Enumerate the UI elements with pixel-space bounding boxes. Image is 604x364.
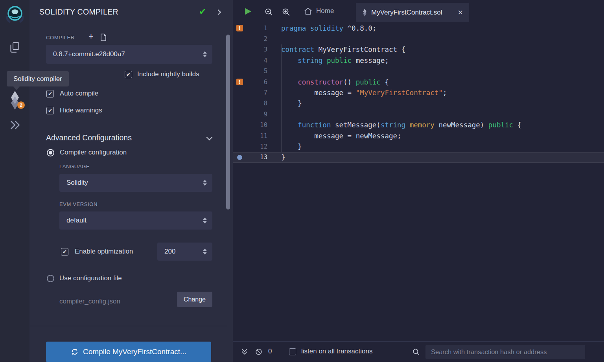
gutter-breakpoint-marker[interactable] [233,155,246,160]
line-number[interactable]: 12 [246,143,267,150]
compile-button[interactable]: Compile MyVeryFirstContract... [46,342,211,362]
optimization-runs-value: 200 [164,248,175,256]
line-number[interactable]: 1 [246,25,267,32]
use-configuration-file-radio[interactable] [47,275,54,282]
line-number[interactable]: 11 [246,132,267,140]
line-number[interactable]: 9 [246,111,267,118]
code-line[interactable]: 11 message = newMessage; [233,131,604,141]
nightly-builds-checkbox[interactable] [125,71,132,78]
panel-collapse-chevron-icon[interactable] [215,9,221,15]
close-tab-icon[interactable]: × [458,9,463,17]
tab-bar: Home MyVeryFirstContract.sol × [233,0,604,22]
config-file-name: compiler_config.json [59,298,120,305]
transaction-search-input[interactable] [425,345,585,359]
code-token: message = [281,89,356,97]
code-line[interactable]: 9 [233,109,604,119]
clear-console-button[interactable] [255,348,263,357]
code-token: } [281,143,302,151]
panel-title: SOLIDITY COMPILER [39,7,118,17]
language-label: LANGUAGE [59,164,90,169]
code-line[interactable]: 5 [233,66,604,77]
compiler-section-label: COMPILER [46,35,75,40]
compiler-version-select[interactable]: 0.8.7+commit.e28d00a7 [46,45,212,64]
hide-warnings-checkbox[interactable] [46,107,54,114]
change-config-button[interactable]: Change [177,292,212,307]
zoom-in-button[interactable] [282,7,291,18]
file-explorer-button[interactable] [0,42,29,53]
open-file-icon[interactable] [100,33,107,43]
ban-icon [255,348,263,356]
line-number[interactable]: 7 [246,89,267,96]
code-editor[interactable]: !1pragma solidity ^0.8.0;23contract MyVe… [233,22,604,341]
line-number[interactable]: 8 [246,100,267,107]
code-token: pragma solidity [281,24,348,32]
window-bottom-edge [0,362,604,364]
line-number[interactable]: 2 [246,35,267,42]
solidity-compiler-button[interactable]: 2 [0,90,29,110]
gutter-warning-marker[interactable]: ! [233,79,246,85]
compiler-badge: 2 [17,101,25,109]
code-token: () [343,78,356,86]
zoom-out-button[interactable] [264,7,273,18]
language-select[interactable]: Solidity [59,174,212,192]
auto-compile-checkbox[interactable] [46,90,54,97]
code-text: message = newMessage; [267,132,401,140]
stepper-caret-icon [203,249,207,255]
select-caret-icon [203,218,207,224]
evm-version-select[interactable]: default [59,211,212,230]
code-line[interactable]: 8 } [233,98,604,109]
code-token: } [281,153,285,161]
line-number[interactable]: 13 [246,154,267,161]
code-line[interactable]: 10 function setMessage(string memory new… [233,120,604,131]
auto-compile-label: Auto compile [60,90,98,97]
panel-scrollbar[interactable] [226,35,230,210]
tooltip-text: Solidity compiler [13,75,62,83]
code-text: contract MyVeryFirstContract { [267,46,405,53]
gutter-warning-marker[interactable]: ! [233,25,246,31]
remix-logo[interactable] [6,3,24,24]
run-script-button[interactable] [243,7,252,18]
advanced-chevron-down-icon[interactable] [206,134,213,141]
tab-contract-file[interactable]: MyVeryFirstContract.sol × [356,3,469,22]
editor-lines: !1pragma solidity ^0.8.0;23contract MyVe… [233,22,604,163]
deploy-run-button[interactable] [0,119,29,131]
line-number[interactable]: 4 [246,57,267,64]
optimization-runs-input[interactable]: 200 [157,243,212,261]
enable-optimization-checkbox[interactable] [61,248,68,256]
line-number[interactable]: 3 [246,46,267,53]
code-token: message = newMessage; [281,132,401,140]
code-line[interactable]: 2 [233,33,604,44]
code-line[interactable]: 12 } [233,141,604,152]
code-text: message = "MyVeryFirstContract"; [267,89,447,97]
warning-icon: ! [236,79,243,85]
code-line[interactable]: !6 constructor() public { [233,77,604,87]
code-token: public [327,57,352,64]
code-token: function [298,121,331,129]
compile-refresh-icon [71,348,79,356]
line-number[interactable]: 10 [246,121,267,129]
zoom-in-icon [282,7,291,17]
add-compiler-icon[interactable]: + [88,31,94,42]
code-token: } [281,99,302,107]
tab-home[interactable]: Home [300,0,338,22]
code-token: { [381,78,389,86]
code-text: } [267,143,302,151]
code-line[interactable]: 13} [233,152,604,163]
code-line[interactable]: 3contract MyVeryFirstContract { [233,44,604,55]
code-line[interactable]: 7 message = "MyVeryFirstContract"; [233,87,604,98]
advanced-configurations-title[interactable]: Advanced Configurations [46,133,132,142]
code-token [281,121,298,129]
line-number[interactable]: 6 [246,79,267,86]
code-line[interactable]: !1pragma solidity ^0.8.0; [233,23,604,33]
code-token [405,121,410,129]
code-token: public [356,78,381,86]
compile-success-icon: ✔ [199,7,206,17]
expand-terminal-button[interactable] [241,348,249,357]
double-chevron-down-icon [241,348,249,356]
code-token: { [513,121,521,129]
compiler-configuration-radio[interactable] [47,149,54,156]
code-text: } [267,99,302,107]
code-line[interactable]: 4 string public message; [233,55,604,66]
listen-transactions-checkbox[interactable] [289,348,296,355]
line-number[interactable]: 5 [246,68,267,75]
